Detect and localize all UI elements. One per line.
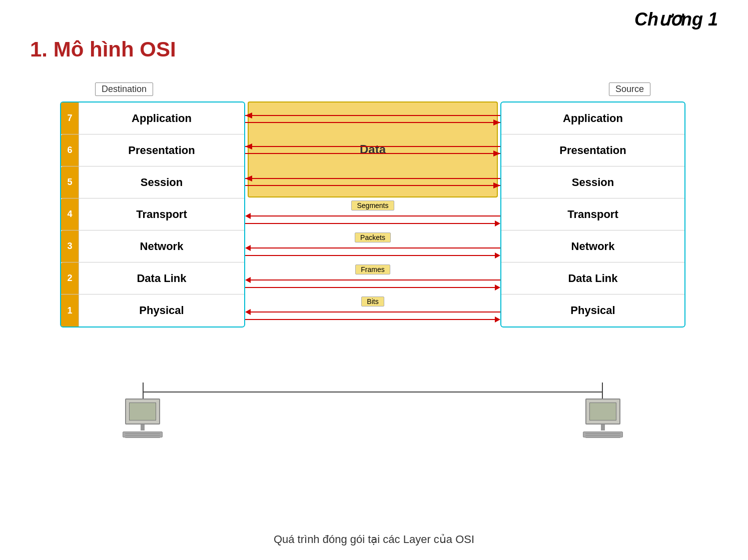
frames-row: Frames [245,262,500,294]
src-layer-name-6: Presentation [501,144,684,157]
segments-row: Segments [245,198,500,230]
src-keyboard [583,432,623,438]
destination-column: 7 Application 6 Presentation 5 Session 4… [60,102,245,328]
src-layer-6: Presentation [501,134,684,166]
source-computer [583,398,623,438]
src-screen [589,402,616,420]
shaft-left-segments [251,216,500,216]
src-layer-name-4: Transport [501,208,684,221]
src-layer-name-5: Session [501,176,684,189]
dest-layer-name-6: Presentation [79,144,244,157]
dest-layer-3: 3 Network [61,230,244,262]
src-layer-name-1: Physical [501,304,684,317]
arrowhead-left-packets [245,245,251,251]
shaft-right-packets [245,255,495,256]
bits-label: Bits [361,296,384,306]
dest-key-line-3 [125,437,160,438]
src-layer-name-2: Data Link [501,272,684,285]
frames-label: Frames [355,264,390,274]
src-layer-7: Application [501,102,684,134]
dest-layer-1: 1 Physical [61,294,244,326]
shaft-left-packets [251,248,500,248]
arrowhead-left-frames [245,277,251,283]
src-key-line-2 [585,435,620,436]
arrowhead-right-frames [495,284,500,290]
dest-stand [141,424,145,430]
packets-arrows [245,245,500,258]
main-title: 1. Mô hình OSI [30,38,176,62]
packets-label: Packets [355,232,391,242]
layer-num-2: 2 [61,262,79,294]
segments-arrow-right [245,220,500,226]
arrowhead-left-bits [245,309,251,315]
dest-layer-name-4: Transport [79,208,244,221]
arrowhead-right-segments [495,220,500,226]
dest-layer-name-1: Physical [79,304,244,317]
src-layer-name-3: Network [501,240,684,253]
frames-arrow-right [245,284,500,290]
src-layer-3: Network [501,230,684,262]
src-keyboard-lines [583,432,622,439]
dest-layer-4: 4 Transport [61,198,244,230]
src-monitor [585,398,620,424]
chapter-title: Chương 1 [634,9,718,30]
bits-arrow-left [245,309,500,315]
dest-layer-name-2: Data Link [79,272,244,285]
dest-monitor [125,398,160,424]
packets-arrow-right [245,252,500,258]
layer-num-3: 3 [61,230,79,262]
src-layer-4: Transport [501,198,684,230]
osi-diagram: Destination Source 7 Application 6 Prese… [30,82,715,442]
frames-arrows [245,277,500,290]
destination-computer [123,398,163,438]
dest-layer-name-5: Session [79,176,244,189]
dest-screen [129,402,156,420]
packets-row: Packets [245,230,500,262]
frames-arrow-left [245,277,500,283]
src-key-line-1 [585,433,620,434]
dest-layer-5: 5 Session [61,166,244,198]
dest-key-line-2 [125,435,160,436]
src-layer-5: Session [501,166,684,198]
dest-layer-name-7: Application [79,112,244,125]
pdu-arrows: Segments Packets [245,198,500,326]
caption: Quá trình đóng gói tại các Layer của OSI [0,533,748,546]
segments-arrows [245,213,500,226]
bits-arrow-right [245,316,500,322]
source-label: Source [609,82,650,96]
bits-row: Bits [245,294,500,326]
src-layer-1: Physical [501,294,684,326]
dest-layer-7: 7 Application [61,102,244,134]
shaft-left-frames [251,280,500,280]
computers [30,382,715,442]
layer-num-7: 7 [61,102,79,134]
layer-num-1: 1 [61,294,79,326]
shaft-right-bits [245,319,495,320]
dest-keyboard [123,432,163,438]
data-pdu-box: Data [248,102,498,198]
dest-key-line-1 [125,433,160,434]
src-key-line-3 [585,437,620,438]
segments-arrow-left [245,213,500,219]
arrowhead-right-bits [495,316,500,322]
packets-arrow-left [245,245,500,251]
src-layer-name-7: Application [501,112,684,125]
segments-label: Segments [351,200,394,210]
bits-arrows [245,309,500,322]
shaft-right-segments [245,223,495,224]
src-layer-2: Data Link [501,262,684,294]
layer-num-6: 6 [61,134,79,166]
src-stand [601,424,605,430]
dest-layer-2: 2 Data Link [61,262,244,294]
layer-num-5: 5 [61,166,79,198]
dest-layer-name-3: Network [79,240,244,253]
shaft-right-frames [245,287,495,288]
arrowhead-left-segments [245,213,251,219]
layer-num-4: 4 [61,198,79,230]
source-column: Application Presentation Session Transpo… [500,102,685,328]
shaft-left-bits [251,312,500,312]
dest-layer-6: 6 Presentation [61,134,244,166]
arrowhead-right-packets [495,252,500,258]
dest-keyboard-lines [123,432,162,439]
destination-label: Destination [95,82,153,96]
